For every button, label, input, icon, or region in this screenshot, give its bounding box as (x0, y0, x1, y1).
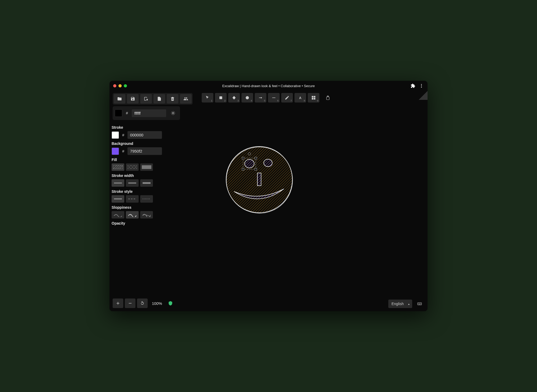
svg-rect-60 (419, 304, 420, 305)
language-select[interactable]: English (388, 300, 412, 308)
maximize-window-button[interactable] (124, 84, 127, 87)
zoom-level-label: 100% (149, 301, 165, 306)
reset-zoom-icon (140, 301, 145, 306)
svg-rect-48 (242, 157, 244, 159)
titlebar: Excalidraw | Hand-drawn look & feel • Co… (109, 81, 428, 91)
zoom-reset-button[interactable] (137, 299, 148, 308)
svg-rect-51 (255, 168, 257, 170)
close-window-button[interactable] (113, 84, 116, 87)
svg-rect-58 (418, 304, 419, 305)
svg-point-1 (421, 86, 422, 86)
app-content: # 1 2 3 4 (109, 91, 428, 311)
svg-rect-46 (257, 173, 261, 186)
svg-rect-59 (421, 304, 421, 305)
svg-rect-54 (418, 303, 419, 304)
keyboard-shortcuts-button[interactable] (415, 300, 424, 308)
traffic-lights (113, 84, 127, 87)
plus-icon (116, 301, 120, 306)
svg-rect-49 (255, 157, 257, 159)
svg-rect-57 (421, 303, 421, 304)
zoom-bar: 100% (113, 299, 173, 308)
svg-point-44 (245, 159, 254, 168)
encrypted-shield-icon[interactable] (168, 301, 173, 306)
keyboard-icon (417, 301, 422, 306)
svg-point-0 (421, 84, 422, 85)
bottom-right-bar: English (388, 300, 424, 308)
minimize-window-button[interactable] (118, 84, 122, 87)
drawing-canvas[interactable] (109, 91, 428, 311)
zoom-out-button[interactable] (125, 299, 135, 308)
svg-point-45 (264, 159, 272, 167)
menu-dots-icon[interactable] (419, 83, 424, 88)
svg-rect-56 (420, 303, 420, 304)
svg-rect-50 (242, 168, 244, 170)
svg-rect-55 (419, 303, 420, 304)
titlebar-right (411, 83, 424, 88)
extension-icon[interactable] (411, 83, 415, 88)
app-window: Excalidraw | Hand-drawn look & feel • Co… (109, 81, 428, 311)
minus-icon (128, 301, 133, 306)
language-select-wrap: English (388, 300, 412, 308)
svg-rect-53 (418, 303, 422, 305)
svg-point-2 (421, 87, 422, 88)
smiley-drawing (223, 144, 295, 215)
zoom-in-button[interactable] (113, 299, 123, 308)
window-title: Excalidraw | Hand-drawn look & feel • Co… (222, 84, 315, 88)
